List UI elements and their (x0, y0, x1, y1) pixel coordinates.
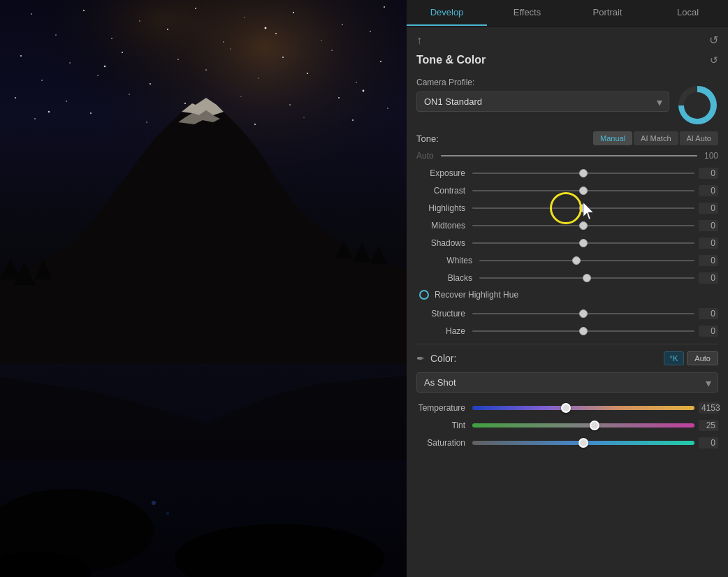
contrast-label: Contrast (416, 186, 472, 196)
contrast-slider-row: Contrast 0 (416, 185, 718, 196)
tab-develop[interactable]: Develop (407, 0, 487, 26)
shadows-label: Shadows (416, 238, 472, 248)
recover-highlight-hue-row: Recover Highlight Hue (416, 290, 718, 300)
tint-label: Tint (416, 421, 472, 430)
svg-point-41 (34, 118, 36, 119)
tone-color-section-header: Tone & Color ↺ (416, 54, 718, 66)
reset-all-icon[interactable]: ↺ (709, 34, 718, 47)
svg-point-3 (31, 13, 32, 15)
tab-portrait[interactable]: Portrait (567, 0, 648, 26)
svg-point-19 (69, 62, 70, 63)
svg-point-22 (230, 48, 231, 49)
auto-row: Auto 100 (416, 151, 718, 161)
svg-point-7 (244, 17, 245, 17)
tone-label: Tone: (416, 133, 439, 144)
svg-point-26 (41, 80, 43, 81)
color-preset-select[interactable]: As Shot (416, 372, 718, 393)
structure-label: Structure (416, 309, 472, 319)
tab-bar: Develop Effects Portrait Local (407, 0, 728, 27)
tab-local[interactable]: Local (648, 0, 728, 26)
svg-point-32 (356, 82, 356, 82)
svg-point-16 (321, 40, 321, 41)
temperature-slider-row: Temperature 4153 (416, 402, 718, 414)
svg-point-17 (370, 31, 371, 32)
shadows-slider[interactable] (472, 242, 694, 244)
temperature-value: 4153 (699, 402, 718, 414)
tab-effects[interactable]: Effects (487, 0, 567, 26)
svg-point-46 (303, 117, 304, 117)
whites-slider-row: Whites 0 (416, 255, 718, 266)
svg-point-36 (184, 103, 186, 104)
structure-slider-row: Structure 0 (416, 308, 718, 319)
structure-slider[interactable] (472, 313, 694, 314)
tint-value: 25 (699, 420, 718, 431)
svg-point-6 (195, 8, 196, 9)
shadows-value: 0 (699, 238, 718, 249)
auto-slider-track[interactable] (441, 155, 697, 156)
highlights-slider-row: Highlights 0 (416, 203, 718, 214)
tone-ai-auto-button[interactable]: AI Auto (680, 131, 718, 145)
highlights-slider[interactable] (472, 207, 694, 209)
midtones-label: Midtones (416, 221, 472, 231)
camera-profile-select[interactable]: ON1 Standard (416, 92, 669, 112)
whites-value: 0 (699, 255, 718, 266)
svg-point-39 (338, 97, 340, 98)
svg-point-28 (150, 83, 151, 85)
exposure-value: 0 (699, 168, 718, 179)
image-panel (0, 0, 407, 577)
structure-value: 0 (699, 308, 718, 319)
color-auto-button[interactable]: Auto (687, 351, 718, 365)
svg-point-5 (139, 20, 140, 21)
profile-dial (678, 86, 717, 124)
tone-buttons: Manual AI Match AI Auto (593, 131, 718, 145)
svg-point-21 (177, 59, 179, 60)
recover-checkbox[interactable] (419, 290, 429, 300)
exposure-slider-row: Exposure 0 (416, 168, 718, 179)
camera-profile-label: Camera Profile: (416, 78, 669, 87)
blacks-slider[interactable] (479, 277, 694, 279)
svg-point-13 (167, 29, 168, 30)
saturation-slider[interactable] (472, 441, 694, 445)
midtones-slider[interactable] (472, 225, 694, 226)
export-icon[interactable]: ↑ (416, 34, 422, 47)
tone-ai-match-button[interactable]: AI Match (634, 131, 678, 145)
eyedropper-icon[interactable]: ✒ (416, 353, 425, 364)
right-panel: Develop Effects Portrait Local ↑ ↺ Tone … (407, 0, 728, 577)
svg-point-49 (104, 66, 106, 68)
camera-profile-select-wrapper: ON1 Standard ▾ (416, 92, 669, 112)
haze-slider-row: Haze 0 (416, 326, 718, 337)
tint-slider[interactable] (472, 423, 694, 428)
panel-toolbar: ↑ ↺ (407, 27, 728, 54)
tone-manual-button[interactable]: Manual (593, 131, 632, 145)
svg-point-29 (205, 69, 207, 71)
midtones-slider-row: Midtones 0 (416, 220, 718, 231)
svg-point-9 (342, 24, 343, 25)
whites-label: Whites (423, 256, 479, 265)
saturation-slider-row: Saturation 0 (416, 437, 718, 448)
color-buttons: °K Auto (664, 351, 718, 365)
svg-point-38 (289, 104, 291, 105)
svg-point-45 (254, 124, 256, 125)
profile-dial-inner (684, 92, 711, 119)
section-divider (416, 344, 718, 344)
exposure-slider[interactable] (472, 173, 694, 174)
contrast-slider[interactable] (472, 190, 694, 191)
svg-point-30 (258, 78, 259, 78)
svg-point-53 (152, 501, 156, 505)
temperature-slider[interactable] (472, 406, 694, 410)
saturation-label: Saturation (416, 438, 472, 448)
tone-color-reset-icon[interactable]: ↺ (710, 54, 718, 66)
svg-point-24 (331, 50, 332, 50)
exposure-label: Exposure (416, 168, 472, 178)
kelvin-button[interactable]: °K (664, 351, 685, 365)
haze-slider[interactable] (472, 330, 694, 332)
highlights-value: 0 (699, 203, 718, 214)
recover-highlight-hue-label: Recover Highlight Hue (435, 290, 518, 300)
tint-slider-row: Tint 25 (416, 420, 718, 431)
color-title: Color: (430, 353, 456, 364)
svg-point-50 (363, 90, 365, 92)
svg-point-4 (83, 10, 85, 11)
panel-content[interactable]: Tone & Color ↺ Camera Profile: ON1 Stand… (407, 54, 728, 577)
whites-slider[interactable] (479, 260, 694, 261)
tone-color-title: Tone & Color (416, 54, 486, 66)
